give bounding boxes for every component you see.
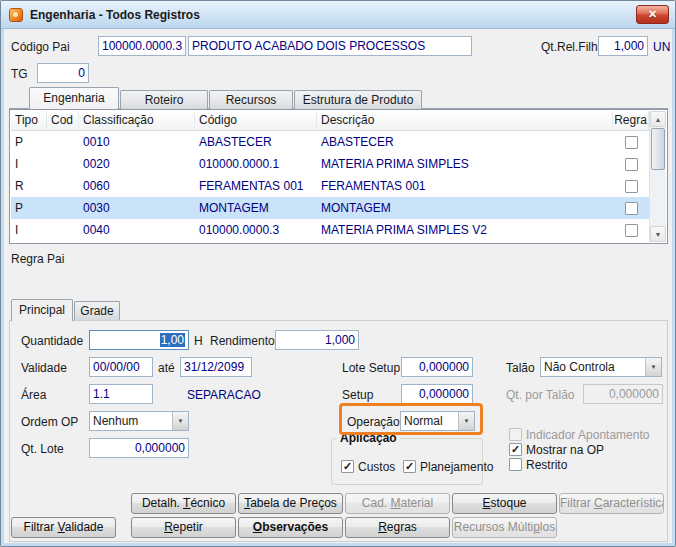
cell-descricao: MATERIA PRIMA SIMPLES xyxy=(317,157,613,171)
grid-scrollbar[interactable]: ▲ ▼ xyxy=(649,111,666,242)
window-frame-bottom xyxy=(1,543,675,546)
window-frame-left xyxy=(1,29,4,546)
tab-principal[interactable]: Principal xyxy=(11,299,73,321)
unit-label: UN xyxy=(653,40,670,54)
table-row[interactable]: I 0020 010000.0000.1 MATERIA PRIMA SIMPL… xyxy=(11,153,649,175)
cell-codigo: 010000.0000.1 xyxy=(195,157,317,171)
table-row-selected[interactable]: P 0030 MONTAGEM MONTAGEM xyxy=(11,197,649,219)
filtrar-caracteristicas-button: Filtrar Características xyxy=(559,493,664,514)
estoque-button[interactable]: Estoque xyxy=(452,493,557,514)
repetir-button[interactable]: Repetir xyxy=(131,517,236,538)
cell-tipo: P xyxy=(11,135,47,149)
cell-classificacao: 0030 xyxy=(79,201,195,215)
codigo-pai-label: Código Pai xyxy=(11,40,70,54)
scroll-thumb[interactable] xyxy=(651,128,665,170)
engineering-grid: Tipo Cod Classificação Código Descrição … xyxy=(9,109,668,244)
regra-checkbox[interactable] xyxy=(625,224,638,237)
cell-descricao: ABASTECER xyxy=(317,135,613,149)
filtrar-validade-button[interactable]: Filtrar Validade xyxy=(11,517,116,538)
cell-tipo: I xyxy=(11,157,47,171)
table-row[interactable]: P 0010 ABASTECER ABASTECER xyxy=(11,131,649,153)
window-frame-right xyxy=(672,29,675,546)
cell-descricao: FERAMENTAS 001 xyxy=(317,179,613,193)
detalh-tecnico-button[interactable]: Detalh. Técnico xyxy=(131,493,236,514)
cell-descricao: MONTAGEM xyxy=(317,201,613,215)
tg-label: TG xyxy=(11,67,28,81)
cell-descricao: MATERIA PRIMA SIMPLES V2 xyxy=(317,223,613,237)
col-header-cod[interactable]: Cod xyxy=(47,111,79,130)
observacoes-button[interactable]: Observações xyxy=(238,517,343,538)
col-header-classificacao[interactable]: Classificação xyxy=(79,111,195,130)
scroll-up-icon[interactable]: ▲ xyxy=(650,111,666,127)
app-icon xyxy=(9,8,23,22)
cell-codigo: 010000.0000.3 xyxy=(195,223,317,237)
tg-input[interactable]: 0 xyxy=(37,63,89,83)
regra-pai-label: Regra Pai xyxy=(11,252,64,266)
titlebar: Engenharia - Todos Registros xyxy=(1,1,675,29)
cell-codigo: ABASTECER xyxy=(195,135,317,149)
operacao-label: Operação xyxy=(347,415,400,429)
tab-roteiro[interactable]: Roteiro xyxy=(120,90,208,109)
col-header-tipo[interactable]: Tipo xyxy=(11,111,47,130)
cell-codigo: FERAMENTAS 001 xyxy=(195,179,317,193)
operacao-select[interactable]: Normal ▼ xyxy=(400,411,475,431)
cell-tipo: R xyxy=(11,179,47,193)
tab-engenharia[interactable]: Engenharia xyxy=(29,87,119,109)
tab-grade[interactable]: Grade xyxy=(74,301,120,320)
tabela-de-precos-button[interactable]: Tabela de Preços xyxy=(238,493,343,514)
tab-recursos[interactable]: Recursos xyxy=(209,90,293,109)
qt-rel-filho-label: Qt.Rel.Filho xyxy=(541,40,604,54)
cell-tipo: I xyxy=(11,223,47,237)
col-header-regra[interactable]: Regra xyxy=(613,111,649,130)
cell-classificacao: 0010 xyxy=(79,135,195,149)
scroll-down-icon[interactable]: ▼ xyxy=(650,226,666,242)
regra-checkbox[interactable] xyxy=(625,202,638,215)
col-header-codigo[interactable]: Código xyxy=(195,111,317,130)
cell-tipo: P xyxy=(11,201,47,215)
table-row[interactable]: I 0040 010000.0000.3 MATERIA PRIMA SIMPL… xyxy=(11,219,649,241)
cell-classificacao: 0040 xyxy=(79,223,195,237)
regra-checkbox[interactable] xyxy=(625,136,638,149)
window-title: Engenharia - Todos Registros xyxy=(30,8,200,22)
cell-classificacao: 0060 xyxy=(79,179,195,193)
codigo-pai-input[interactable]: 100000.0000.3 xyxy=(98,36,186,56)
grid-header: Tipo Cod Classificação Código Descrição … xyxy=(11,111,649,131)
close-icon: ✕ xyxy=(648,8,657,21)
recursos-multiplos-button: Recursos Múltiplos xyxy=(452,517,557,538)
chevron-down-icon[interactable]: ▼ xyxy=(458,412,474,430)
cell-codigo: MONTAGEM xyxy=(195,201,317,215)
regra-checkbox[interactable] xyxy=(625,180,638,193)
table-row[interactable]: R 0060 FERAMENTAS 001 FERAMENTAS 001 xyxy=(11,175,649,197)
col-header-descricao[interactable]: Descrição xyxy=(317,111,613,130)
regras-button[interactable]: Regras xyxy=(345,517,450,538)
cell-classificacao: 0020 xyxy=(79,157,195,171)
qt-rel-filho-input[interactable]: 1,000 xyxy=(598,36,648,56)
window: Engenharia - Todos Registros ✕ Código Pa… xyxy=(0,0,676,547)
regra-checkbox[interactable] xyxy=(625,158,638,171)
grid-rows: P 0010 ABASTECER ABASTECER I 0020 010000… xyxy=(11,131,649,242)
cad-material-button: Cad. Material xyxy=(345,493,450,514)
tab-estrutura-de-produto[interactable]: Estrutura de Produto xyxy=(294,90,422,109)
close-button[interactable]: ✕ xyxy=(636,5,669,24)
produto-descricao-input[interactable]: PRODUTO ACABADO DOIS PROCESSOS xyxy=(188,36,472,56)
